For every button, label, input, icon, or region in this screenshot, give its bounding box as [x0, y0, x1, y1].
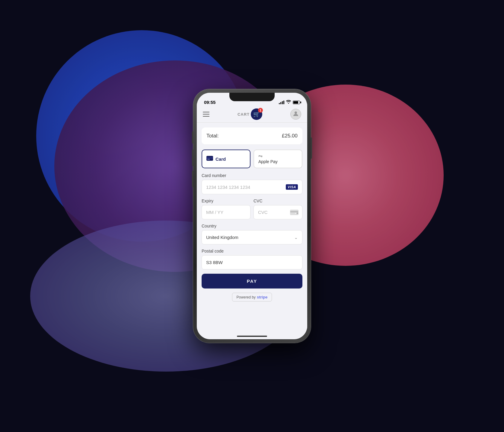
card-tab-label: Card [215, 156, 226, 162]
pay-button[interactable]: PAY [202, 274, 302, 289]
status-time: 09:55 [204, 100, 215, 105]
cvc-input[interactable]: CVC 135 [254, 205, 302, 219]
card-number-field-group: Card number 1234 1234 1234 1234 VISA [202, 173, 302, 194]
apple-pay-logo: Pay [258, 154, 267, 159]
screen-content: Total: £25.00 Card [197, 123, 307, 339]
mute-button [192, 131, 193, 143]
phone: 09:55 [193, 89, 311, 343]
app-header: CART 🛒 1 [197, 106, 307, 123]
signal-bar-2 [280, 102, 281, 104]
signal-bars-icon [279, 101, 284, 104]
cvc-card-icon: 135 [290, 210, 298, 215]
chevron-down-icon: ⌄ [294, 235, 298, 240]
signal-bar-4 [283, 101, 284, 104]
status-icons [279, 100, 300, 105]
apple-pay-tab[interactable]: Pay Apple Pay [254, 150, 302, 168]
notch [229, 93, 275, 101]
card-payment-tab[interactable]: Card [202, 150, 250, 168]
expiry-field-group: Expiry MM / YY [202, 198, 250, 219]
svg-rect-3 [207, 159, 210, 160]
payment-tabs: Card Pay Apple Pay [202, 150, 302, 168]
svg-rect-2 [206, 157, 213, 159]
profile-button[interactable] [290, 109, 301, 120]
cvc-field-group: CVC CVC 135 [254, 198, 302, 219]
hamburger-menu-button[interactable] [203, 112, 209, 117]
signal-bar-3 [282, 101, 283, 104]
expiry-input[interactable]: MM / YY [202, 205, 250, 219]
stripe-badge-inner: Powered by stripe [232, 293, 272, 301]
phone-frame: 09:55 [193, 89, 311, 343]
expiry-label: Expiry [202, 198, 250, 203]
total-amount: £25.00 [282, 133, 298, 139]
stripe-logo: stripe [257, 295, 267, 299]
power-button [311, 137, 312, 159]
svg-point-0 [295, 111, 297, 114]
visa-logo: VISA [286, 184, 298, 190]
cvc-label: CVC [254, 198, 302, 203]
cart-badge: 1 [258, 108, 263, 113]
volume-down-button [192, 171, 193, 187]
wifi-icon [286, 100, 291, 105]
country-field-group: Country United Kingdom ⌄ [202, 224, 302, 244]
card-number-placeholder: 1234 1234 1234 1234 [206, 185, 250, 190]
expiry-placeholder: MM / YY [206, 210, 223, 215]
header-center: CART 🛒 1 [238, 108, 262, 120]
cvc-placeholder: CVC [258, 210, 268, 215]
hamburger-line-1 [203, 112, 209, 112]
total-label: Total: [206, 133, 219, 139]
country-label: Country [202, 224, 302, 228]
profile-icon [293, 111, 299, 118]
apple-pay-label: Apple Pay [258, 159, 278, 164]
signal-bar-1 [279, 103, 280, 104]
home-indicator [237, 336, 267, 337]
battery-icon [293, 101, 300, 104]
postal-code-value: S3 8BW [206, 260, 223, 265]
total-row: Total: £25.00 [202, 127, 302, 145]
battery-fill [293, 101, 298, 104]
volume-up-button [192, 150, 193, 166]
stripe-powered-by-text: Powered by [237, 295, 256, 299]
expiry-cvc-row: Expiry MM / YY CVC CVC [202, 198, 302, 219]
postal-code-input[interactable]: S3 8BW [202, 255, 302, 269]
svg-text:Pay: Pay [258, 155, 263, 157]
svg-text:135: 135 [296, 212, 298, 214]
cart-button[interactable]: 🛒 1 [251, 108, 262, 120]
hamburger-line-2 [203, 114, 209, 114]
country-value: United Kingdom [206, 235, 238, 240]
hamburger-line-3 [203, 116, 209, 117]
phone-screen: 09:55 [197, 93, 307, 339]
card-tab-icon [206, 156, 213, 162]
card-number-input[interactable]: 1234 1234 1234 1234 VISA [202, 180, 302, 194]
cart-label: CART [238, 112, 250, 117]
postal-code-field-group: Postal code S3 8BW [202, 249, 302, 269]
country-dropdown[interactable]: United Kingdom ⌄ [202, 230, 302, 244]
stripe-badge: Powered by stripe [202, 293, 302, 301]
card-number-label: Card number [202, 173, 302, 178]
postal-code-label: Postal code [202, 249, 302, 253]
